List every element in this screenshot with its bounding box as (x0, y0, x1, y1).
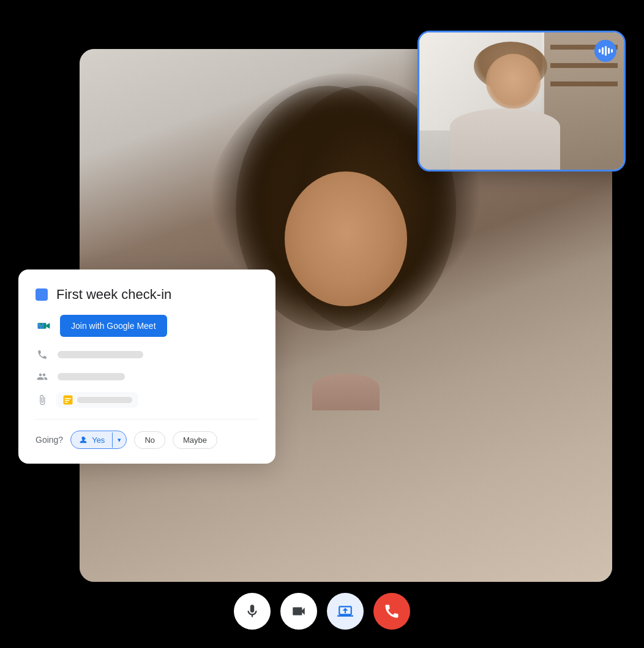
going-row: Going? Yes ▾ No Maybe (36, 431, 258, 449)
scene: First week check-in M Join with Google M… (0, 0, 644, 648)
pip-video (417, 31, 626, 171)
doc-icon (62, 394, 73, 405)
yes-chevron-btn[interactable]: ▾ (112, 432, 126, 448)
card-title-row: First week check-in (36, 287, 258, 303)
pip-face (486, 54, 541, 109)
card-meet-row: M Join with Google Meet (36, 315, 258, 337)
yes-label: Yes (92, 435, 105, 445)
camera-button[interactable] (280, 593, 317, 630)
yes-main-btn[interactable]: Yes (71, 431, 112, 448)
going-label: Going? (36, 435, 63, 445)
phone-icon (36, 348, 49, 361)
pip-shelf-2 (550, 63, 618, 68)
turtleneck (312, 374, 380, 410)
svg-text:M: M (38, 322, 45, 331)
card-title: First week check-in (56, 287, 171, 303)
hang-up-button[interactable] (373, 593, 410, 630)
camera-icon (291, 603, 307, 619)
face (285, 171, 407, 306)
guests-icon (36, 370, 49, 383)
svg-rect-7 (65, 402, 68, 403)
card-attachment-row (36, 392, 258, 408)
attachment-icon (36, 393, 49, 407)
share-screen-icon (337, 603, 353, 619)
mic-icon (244, 603, 260, 619)
doc-chip (56, 392, 138, 408)
audio-wave-icon (599, 46, 613, 56)
join-meet-button[interactable]: Join with Google Meet (60, 315, 167, 337)
doc-name-bar (77, 397, 132, 403)
calendar-card: First week check-in M Join with Google M… (18, 269, 275, 464)
svg-rect-6 (65, 400, 70, 401)
calendar-color-dot (36, 288, 48, 301)
pip-shelf-3 (550, 81, 618, 86)
maybe-button[interactable]: Maybe (173, 431, 217, 449)
phone-info-bar (58, 351, 143, 358)
yes-button-group[interactable]: Yes ▾ (70, 431, 127, 449)
hang-up-icon (383, 603, 400, 620)
share-screen-button[interactable] (327, 593, 364, 630)
card-phone-row (36, 348, 258, 361)
guests-info-bar (58, 373, 125, 380)
mic-button[interactable] (234, 593, 271, 630)
yes-check-icon (78, 435, 88, 445)
card-guests-row (36, 370, 258, 383)
meet-logo-icon: M (36, 317, 53, 334)
svg-rect-5 (65, 398, 72, 399)
pip-audio-btn[interactable] (594, 40, 616, 62)
card-divider (36, 419, 258, 420)
bottom-controls (234, 593, 410, 630)
pip-body (450, 108, 560, 170)
no-button[interactable]: No (134, 431, 165, 449)
